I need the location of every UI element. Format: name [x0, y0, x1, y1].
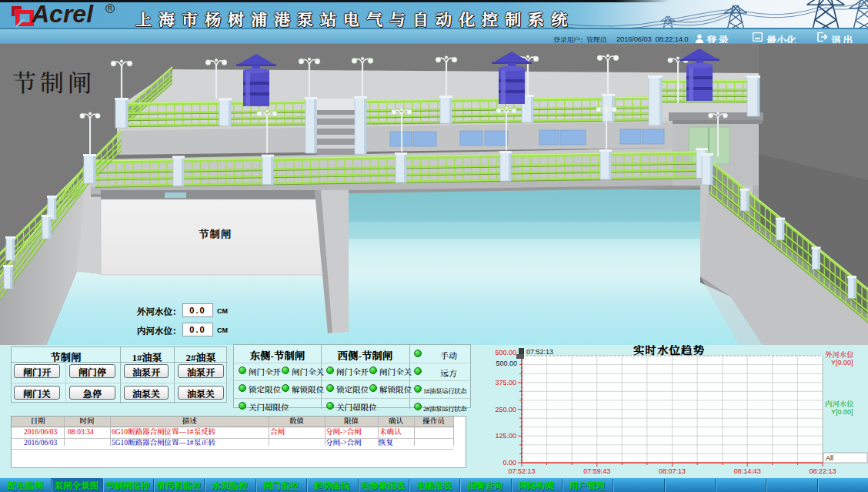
svg-text:内河水位: 内河水位 [825, 398, 854, 409]
svg-text:外河水位: 外河水位 [825, 349, 854, 360]
svg-text:0.00: 0.00 [502, 459, 516, 467]
svg-text:375.00: 375.00 [495, 379, 516, 387]
svg-text:07:52:13: 07:52:13 [508, 467, 535, 475]
svg-text:节制闸: 节制闸 [12, 64, 95, 99]
svg-text:All: All [826, 454, 833, 462]
svg-text:500.00: 500.00 [496, 360, 517, 367]
svg-text:08:22:13: 08:22:13 [809, 467, 836, 475]
svg-text:08:07:13: 08:07:13 [659, 467, 686, 475]
svg-text:500.00: 500.00 [495, 349, 516, 356]
svg-text:08:14:43: 08:14:43 [734, 467, 761, 475]
svg-text:Y[0.00]: Y[0.00] [831, 359, 853, 366]
svg-text:125.00: 125.00 [495, 432, 516, 440]
svg-text:07:52:13: 07:52:13 [526, 348, 553, 356]
svg-text:Y[0.00]: Y[0.00] [831, 408, 853, 416]
svg-text:节制闸: 节制闸 [199, 226, 232, 241]
svg-text:250.00: 250.00 [495, 406, 516, 413]
svg-text:07:59:43: 07:59:43 [583, 467, 610, 475]
svg-text:实时水位趋势: 实时水位趋势 [633, 345, 705, 357]
